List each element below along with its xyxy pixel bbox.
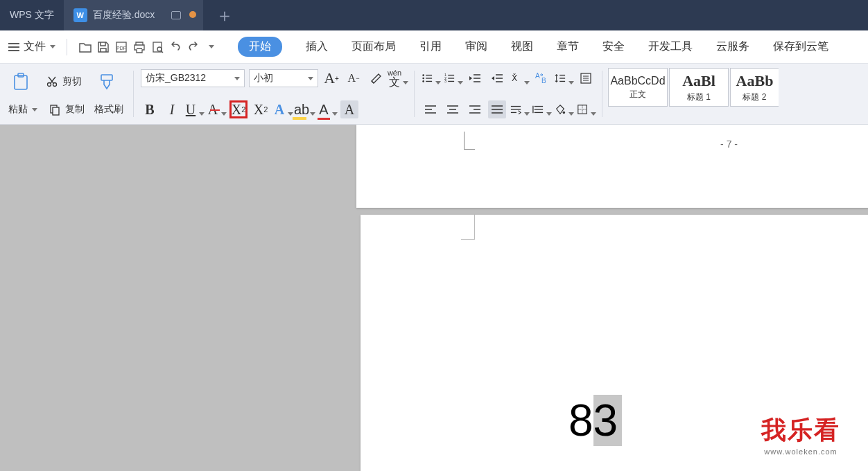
chevron-down-icon (308, 77, 313, 80)
print-preview-icon[interactable] (150, 40, 164, 54)
paste-icon (10, 71, 32, 93)
svg-text:B: B (541, 77, 546, 85)
style-preview: AaBl (682, 72, 715, 90)
font-name-select[interactable]: 仿宋_GB2312 (141, 69, 245, 87)
tab-view[interactable]: 视图 (511, 39, 533, 54)
file-menu-label: 文件 (24, 39, 46, 54)
text-direction-button[interactable]: AB (532, 69, 550, 87)
paste-button[interactable] (6, 69, 36, 94)
increase-indent-button[interactable] (488, 69, 506, 87)
line-spacing-button[interactable] (555, 69, 573, 87)
page-previous[interactable]: - 7 - (356, 125, 868, 208)
tab-references[interactable]: 引用 (419, 39, 442, 54)
copy-label: 复制 (65, 103, 85, 116)
char-shading-button[interactable]: A (340, 100, 358, 118)
tab-insert[interactable]: 插入 (306, 39, 328, 54)
chevron-down-icon (568, 112, 574, 116)
undo-button[interactable] (168, 40, 182, 54)
shading-button[interactable] (555, 100, 573, 118)
highlight-button[interactable]: ab (296, 100, 314, 118)
document-workspace[interactable]: - 7 - 83 我乐看 www.woleken.com (0, 125, 868, 471)
document-body-text[interactable]: 83 (568, 395, 622, 446)
clear-format-button[interactable] (367, 69, 385, 87)
tab-security[interactable]: 安全 (602, 39, 625, 54)
paste-label-button[interactable]: 粘贴 (6, 102, 40, 117)
redo-button[interactable] (186, 40, 200, 54)
underline-button[interactable]: U (185, 100, 203, 118)
align-left-button[interactable] (422, 100, 440, 118)
quick-access-more[interactable] (205, 40, 218, 54)
tab-developer[interactable]: 开发工具 (648, 39, 693, 54)
strikethrough-button[interactable]: A (207, 100, 225, 118)
numbering-button[interactable]: 123 (444, 69, 462, 87)
bullets-button[interactable] (422, 69, 440, 87)
phonetic-guide-button[interactable]: wén文 (389, 69, 407, 87)
asian-layout-button[interactable]: X̌ (510, 69, 528, 87)
copy-button[interactable]: 复制 (44, 100, 87, 118)
document-tab[interactable]: W 百度经验.docx (64, 0, 203, 30)
chevron-down-icon (332, 112, 338, 116)
decrease-font-button[interactable]: A− (345, 69, 363, 87)
cut-button[interactable]: 剪切 (42, 73, 85, 91)
tab-controls (171, 11, 196, 19)
open-icon[interactable] (78, 40, 92, 54)
save-icon[interactable] (96, 40, 110, 54)
decrease-indent-button[interactable] (466, 69, 484, 87)
chevron-down-icon (32, 108, 37, 112)
tab-cloud[interactable]: 云服务 (716, 39, 749, 54)
hamburger-icon (8, 43, 19, 51)
style-normal[interactable]: AaBbCcDd 正文 (608, 68, 668, 107)
print-icon[interactable] (132, 40, 146, 54)
ribbon-separator (133, 71, 134, 117)
chevron-down-icon (209, 45, 214, 48)
copy-icon (47, 102, 62, 117)
chevron-down-icon (524, 112, 530, 116)
style-label: 标题 1 (687, 91, 711, 103)
svg-point-14 (422, 78, 424, 80)
chevron-down-icon (591, 112, 596, 116)
chevron-down-icon (546, 112, 552, 116)
export-pdf-icon[interactable]: PDF (114, 40, 128, 54)
tab-section[interactable]: 章节 (557, 39, 579, 54)
style-heading-2[interactable]: AaBb 标题 2 (730, 68, 779, 107)
format-painter-label[interactable]: 格式刷 (92, 102, 126, 117)
watermark: 我乐看 www.woleken.com (761, 414, 840, 456)
style-label: 正文 (630, 89, 646, 100)
align-justify-button[interactable] (488, 100, 506, 118)
text-effects-button[interactable]: A (274, 100, 292, 118)
new-tab-button[interactable]: ＋ (203, 0, 246, 30)
borders-button[interactable] (577, 100, 595, 118)
format-painter-button-large[interactable] (92, 69, 122, 94)
paragraph-layout-button[interactable] (577, 69, 595, 87)
font-size-select[interactable]: 小初 (249, 69, 318, 87)
increase-font-button[interactable]: A+ (322, 69, 340, 87)
align-center-button[interactable] (444, 100, 462, 118)
bold-button[interactable]: B (141, 100, 159, 118)
superscript-button[interactable]: X2 (229, 100, 248, 118)
app-title: WPS 文字 (0, 0, 64, 30)
watermark-main: 我乐看 (761, 414, 840, 447)
svg-text:3: 3 (444, 79, 446, 83)
tab-save-cloud[interactable]: 保存到云笔 (773, 39, 828, 54)
text-char-selected: 3 (593, 395, 623, 446)
svg-point-12 (422, 74, 424, 76)
app-name: WPS 文字 (10, 9, 54, 21)
ribbon-separator (414, 71, 415, 117)
file-menu[interactable]: 文件 (8, 39, 55, 54)
italic-button[interactable]: I (163, 100, 181, 118)
tab-page-layout[interactable]: 页面布局 (351, 39, 396, 54)
tab-home[interactable]: 开始 (238, 37, 282, 57)
tab-review[interactable]: 审阅 (465, 39, 487, 54)
font-color-button[interactable]: A (318, 100, 336, 118)
distributed-align-button[interactable] (510, 100, 528, 118)
align-right-button[interactable] (466, 100, 484, 118)
text-char: 8 (568, 395, 593, 446)
chevron-down-icon (435, 81, 441, 85)
svg-rect-9 (101, 75, 112, 80)
tab-align-button[interactable] (532, 100, 550, 118)
style-heading-1[interactable]: AaBl 标题 1 (669, 68, 729, 107)
ribbon-separator (602, 71, 602, 117)
subscript-button[interactable]: X2 (252, 100, 270, 118)
presentation-mode-icon[interactable] (171, 11, 181, 19)
margin-corner-icon (461, 215, 475, 240)
